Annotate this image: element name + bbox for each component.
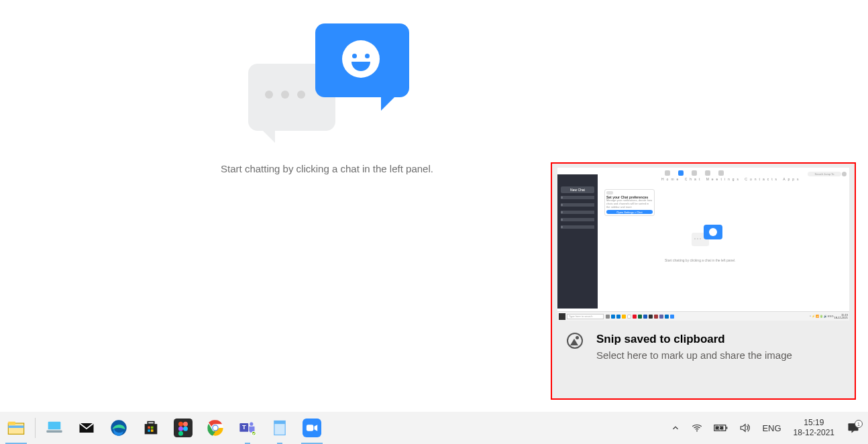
svg-point-14	[178, 422, 183, 427]
svg-rect-1	[8, 422, 15, 425]
svg-rect-13	[174, 419, 193, 437]
chat-bubbles-illustration	[248, 23, 409, 144]
edge-browser-icon[interactable]	[103, 412, 135, 444]
toast-subtitle: Select here to mark up and share the ima…	[596, 349, 792, 362]
snip-notification-toast[interactable]: Home Chat Meetings Contacts Apps Search …	[551, 162, 856, 400]
chrome-icon[interactable]	[199, 412, 231, 444]
laptop-icon[interactable]	[38, 412, 70, 444]
volume-icon[interactable]	[735, 412, 755, 444]
clock-time: 15:19	[794, 418, 834, 428]
svg-point-24	[250, 423, 253, 426]
zoom-icon[interactable]	[296, 412, 328, 444]
taskbar: T ENG 15:19 18-12-2021 1	[0, 412, 868, 444]
mail-icon[interactable]	[70, 412, 103, 444]
notepad-icon[interactable]	[264, 412, 296, 444]
clock[interactable]: 15:19 18-12-2021	[788, 418, 840, 438]
svg-point-18	[178, 431, 183, 436]
svg-point-21	[213, 426, 218, 431]
svg-rect-34	[726, 427, 728, 429]
preview-topnav-labels: Home Chat Meetings Contacts Apps	[661, 177, 802, 181]
preview-topnav	[665, 170, 724, 176]
svg-rect-10	[151, 427, 154, 429]
svg-rect-9	[148, 427, 150, 429]
preview-avatar	[842, 172, 847, 176]
svg-marker-36	[741, 425, 746, 432]
preview-taskbar: Type here to search ^⚡📶🔋🔊ENG 15:1918-12-…	[557, 311, 849, 321]
notification-badge: 1	[855, 420, 863, 428]
svg-point-31	[697, 431, 698, 432]
clock-date: 18-12-2021	[794, 428, 834, 438]
svg-rect-0	[8, 423, 23, 434]
preview-settings-card: Set your Chat preferences Manage your no…	[604, 189, 655, 216]
language-indicator[interactable]: ENG	[758, 423, 785, 433]
figma-icon[interactable]	[167, 412, 199, 444]
tray-overflow-icon[interactable]	[667, 412, 684, 444]
svg-rect-8	[148, 422, 154, 425]
svg-rect-29	[307, 425, 314, 431]
battery-icon[interactable]	[710, 412, 733, 444]
svg-point-17	[183, 427, 188, 431]
preview-center-text: Start chatting by clicking a chat in the…	[665, 258, 736, 262]
svg-rect-27	[274, 421, 285, 425]
toast-title: Snip saved to clipboard	[596, 333, 792, 346]
svg-text:T: T	[242, 424, 246, 431]
svg-point-15	[183, 422, 188, 427]
preview-search: Search Jump To	[808, 172, 841, 176]
wifi-icon[interactable]	[687, 412, 707, 444]
svg-point-16	[178, 427, 183, 431]
microsoft-store-icon[interactable]	[135, 412, 167, 444]
file-explorer-icon[interactable]	[0, 412, 32, 444]
svg-rect-3	[48, 422, 61, 430]
svg-rect-7	[145, 424, 158, 434]
action-center-icon[interactable]: 1	[843, 421, 864, 435]
svg-rect-11	[148, 429, 150, 432]
svg-marker-38	[852, 431, 855, 433]
snip-preview-thumbnail: Home Chat Meetings Contacts Apps Search …	[557, 168, 849, 321]
svg-rect-2	[8, 426, 23, 429]
snip-icon	[567, 333, 583, 349]
teams-icon[interactable]: T	[231, 412, 264, 444]
preview-chat-bubbles	[692, 225, 728, 255]
svg-rect-4	[46, 431, 62, 433]
svg-rect-12	[151, 429, 154, 432]
preview-sidebar: New Chat	[557, 174, 598, 309]
